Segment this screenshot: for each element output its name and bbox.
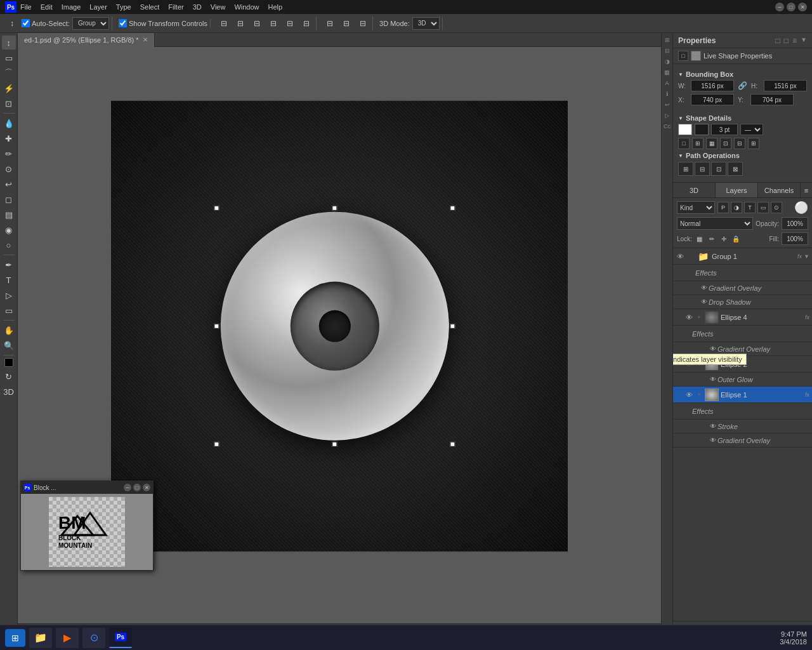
menu-view[interactable]: View: [211, 3, 226, 11]
selection-handle-bl[interactable]: [214, 442, 219, 447]
menu-filter[interactable]: Filter: [168, 3, 183, 11]
filter-shape-icon[interactable]: ▭: [757, 202, 769, 213]
selection-handle-tl[interactable]: [214, 206, 219, 211]
tab-channels[interactable]: Channels: [758, 183, 801, 197]
layer-ellipse4[interactable]: 👁 + Ellipse 4 fx: [673, 309, 812, 326]
filter-kind-select[interactable]: Kind: [677, 201, 715, 214]
shape-btn-5[interactable]: ⊟: [734, 138, 745, 149]
selection-handle-tr[interactable]: [450, 206, 455, 211]
brush-tool[interactable]: ✏: [2, 147, 16, 161]
tab-close-icon[interactable]: ✕: [143, 36, 148, 43]
file-explorer-btn[interactable]: 📁: [29, 628, 52, 648]
x-input[interactable]: [691, 94, 734, 105]
zoom-tool[interactable]: 🔍: [2, 338, 16, 352]
info-icon[interactable]: ℹ: [663, 90, 672, 98]
prop-close-icon[interactable]: ≡: [792, 36, 797, 45]
layer-ellipse1[interactable]: 👁 + Ellipse 1 fx: [673, 387, 812, 403]
selection-tool[interactable]: ▭: [2, 51, 16, 65]
layer-group1[interactable]: 👁 📁 Group 1 fx ▼: [673, 248, 812, 265]
filter-type-icon[interactable]: T: [744, 202, 756, 213]
close-button[interactable]: ✕: [798, 3, 807, 11]
filter-smart-icon[interactable]: ⊙: [771, 202, 782, 213]
effect-drop-shadow-1[interactable]: 👁 Drop Shadow: [673, 295, 812, 309]
maximize-button[interactable]: □: [787, 3, 796, 11]
lock-all-icon[interactable]: 🔒: [731, 234, 741, 244]
layer-link-ellipse4[interactable]: +: [695, 313, 703, 322]
align-right-icon[interactable]: ⊟: [250, 17, 264, 30]
document-tab[interactable]: ed-1.psd @ 25% (Ellipse 1, RGB/8) * ✕: [18, 33, 155, 47]
fill-input[interactable]: [782, 232, 808, 245]
stroke-width-input[interactable]: [711, 124, 738, 135]
filter-pixel-icon[interactable]: P: [717, 202, 729, 213]
swatches-icon[interactable]: ▦: [663, 68, 672, 77]
po-collapse-icon[interactable]: ▼: [678, 153, 683, 159]
effect-vis-outer-glow[interactable]: 👁: [709, 375, 717, 384]
align-center-icon[interactable]: ⊟: [233, 17, 247, 30]
effect-vis-gradient-2[interactable]: 👁: [709, 345, 717, 354]
3d-tool[interactable]: 3D: [2, 385, 16, 399]
menu-layer[interactable]: Layer: [89, 3, 107, 11]
layer-fx-group1[interactable]: fx: [797, 253, 802, 260]
hand-tool[interactable]: ✋: [2, 323, 16, 337]
show-transform-checkbox[interactable]: [119, 19, 127, 27]
tab-layers[interactable]: Layers: [716, 183, 758, 197]
group1-expand-icon[interactable]: ▼: [804, 253, 809, 260]
menu-edit[interactable]: Edit: [41, 3, 53, 11]
adjustments-icon[interactable]: ◑: [663, 57, 672, 66]
path-op-3[interactable]: ⊡: [711, 162, 726, 176]
effect-gradient-overlay-1[interactable]: 👁 Gradient Overlay: [673, 281, 812, 295]
panel-collapse-btn[interactable]: ▼: [801, 36, 807, 45]
selection-handle-mr[interactable]: [450, 324, 455, 329]
rotate-tool[interactable]: ↻: [2, 369, 16, 383]
move-tool-icon[interactable]: ↕: [5, 17, 19, 30]
prop-icon-1[interactable]: □: [776, 36, 780, 45]
gradient-tool[interactable]: ▤: [2, 208, 16, 222]
floating-minimize-btn[interactable]: ─: [124, 484, 131, 491]
healing-tool[interactable]: ✚: [2, 131, 16, 145]
distribute-space-icon[interactable]: ⊟: [356, 17, 370, 30]
y-input[interactable]: [750, 94, 794, 105]
layer-link-ellipse1[interactable]: +: [695, 390, 703, 399]
eyedropper-tool[interactable]: 💧: [2, 116, 16, 130]
type-tool[interactable]: T: [2, 273, 16, 287]
effect-vis-stroke[interactable]: 👁: [709, 422, 717, 431]
properties-panel-icon[interactable]: ⊞: [663, 36, 672, 44]
3d-mode-select[interactable]: 3D: [412, 17, 440, 30]
effect-gradient-overlay-3[interactable]: 👁 Gradient Overlay: [673, 434, 812, 448]
path-op-1[interactable]: ⊞: [678, 162, 693, 176]
prop-icon-2[interactable]: □: [784, 36, 789, 45]
link-icon[interactable]: 🔗: [738, 81, 747, 90]
blur-tool[interactable]: ◉: [2, 223, 16, 237]
selection-handle-ml[interactable]: [214, 324, 219, 329]
opacity-input[interactable]: [782, 217, 808, 230]
crop-tool[interactable]: ⊡: [2, 96, 16, 110]
shape-btn-4[interactable]: ⊡: [720, 138, 731, 149]
menu-image[interactable]: Image: [62, 3, 81, 11]
auto-select-checkbox[interactable]: [22, 19, 30, 27]
cc-icon[interactable]: Cc: [663, 122, 672, 131]
selection-handle-bm[interactable]: [332, 442, 337, 447]
menu-help[interactable]: Help: [268, 3, 283, 11]
tab-3d[interactable]: 3D: [673, 183, 716, 197]
dodge-tool[interactable]: ○: [2, 238, 16, 252]
menu-type[interactable]: Type: [116, 3, 131, 11]
lock-position-icon[interactable]: ✛: [719, 234, 729, 244]
move-tool[interactable]: ↕: [2, 36, 16, 50]
effect-stroke[interactable]: 👁 Stroke: [673, 420, 812, 434]
align-middle-icon[interactable]: ⊟: [283, 17, 297, 30]
align-left-icon[interactable]: ⊟: [217, 17, 231, 30]
quick-select-tool[interactable]: ⚡: [2, 81, 16, 95]
shape-btn-2[interactable]: ⊞: [692, 138, 704, 149]
align-top-icon[interactable]: ⊟: [266, 17, 280, 30]
photoshop-taskbar-btn[interactable]: Ps: [109, 628, 132, 648]
clone-tool[interactable]: ⊙: [2, 162, 16, 176]
pen-tool[interactable]: ✒: [2, 258, 16, 272]
layer-visibility-group1[interactable]: 👁: [676, 252, 684, 261]
selection-handle-br[interactable]: [450, 442, 455, 447]
shape-btn-6[interactable]: ⊞: [748, 138, 759, 149]
selection-handle-tm[interactable]: [332, 206, 337, 211]
layers-menu-icon[interactable]: ≡: [801, 183, 812, 197]
menu-select[interactable]: Select: [140, 3, 160, 11]
bb-collapse-icon[interactable]: ▼: [678, 72, 683, 77]
stroke-swatch[interactable]: [695, 124, 709, 135]
